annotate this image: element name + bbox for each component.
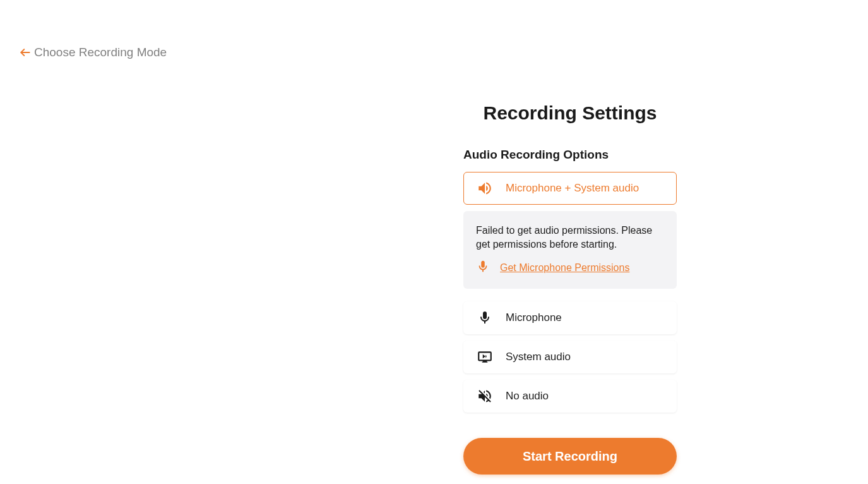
audio-option-mic-and-system[interactable]: Microphone + System audio <box>463 172 677 205</box>
microphone-icon <box>476 260 490 276</box>
back-link-label: Choose Recording Mode <box>34 45 167 59</box>
audio-options-heading: Audio Recording Options <box>463 148 677 162</box>
page-title: Recording Settings <box>463 102 677 124</box>
speaker-icon <box>477 180 493 197</box>
arrow-left-icon <box>19 46 32 59</box>
audio-option-label: Microphone + System audio <box>506 182 639 195</box>
get-microphone-permissions-link[interactable]: Get Microphone Permissions <box>500 262 629 274</box>
audio-option-system-audio[interactable]: System audio <box>463 341 677 373</box>
start-recording-button[interactable]: Start Recording <box>463 438 677 475</box>
audio-option-label: No audio <box>506 390 549 402</box>
recording-settings-panel: Recording Settings Audio Recording Optio… <box>463 102 677 475</box>
audio-option-microphone[interactable]: Microphone <box>463 301 677 334</box>
microphone-icon <box>477 310 493 326</box>
audio-option-label: System audio <box>506 351 571 363</box>
permission-warning-text: Failed to get audio permissions. Please … <box>476 224 664 251</box>
monitor-audio-icon <box>477 349 493 365</box>
audio-option-label: Microphone <box>506 312 562 324</box>
permission-warning: Failed to get audio permissions. Please … <box>463 211 677 289</box>
audio-option-no-audio[interactable]: No audio <box>463 380 677 413</box>
speaker-muted-icon <box>477 388 493 404</box>
back-to-mode-link[interactable]: Choose Recording Mode <box>19 45 167 59</box>
get-permissions-row: Get Microphone Permissions <box>476 260 664 276</box>
